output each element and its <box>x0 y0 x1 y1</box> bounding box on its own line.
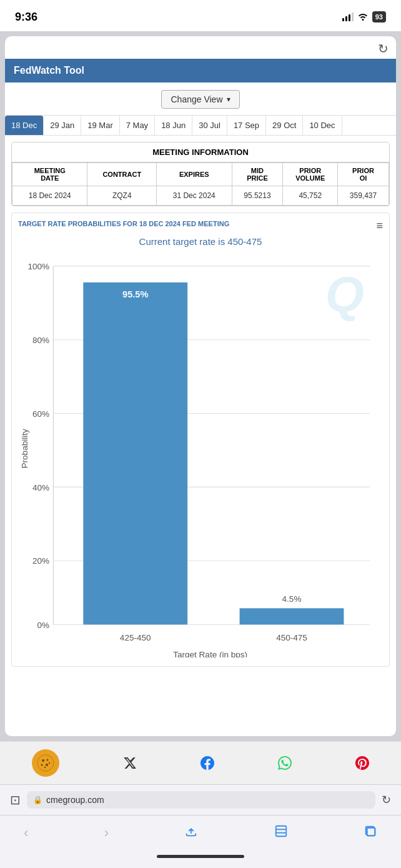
wifi-icon <box>357 12 369 22</box>
facebook-button[interactable] <box>200 756 214 770</box>
browser-tabs-icon[interactable]: ⊡ <box>10 792 21 807</box>
cell-meeting-date: 18 Dec 2024 <box>12 186 87 206</box>
chart-section: TARGET RATE PROBABILITIES FOR 18 DEC 202… <box>11 212 390 667</box>
share-button[interactable] <box>179 822 203 844</box>
back-button[interactable]: ‹ <box>19 822 33 844</box>
date-tab-1[interactable]: 29 Jan <box>44 116 81 135</box>
bar-450-475 <box>240 608 344 624</box>
cell-contract: ZQZ4 <box>87 186 157 206</box>
svg-text:Target Rate (in bps): Target Rate (in bps) <box>173 650 247 657</box>
whatsapp-button[interactable] <box>278 756 292 770</box>
lock-icon: 🔒 <box>33 796 42 804</box>
change-view-label: Change View <box>171 94 222 104</box>
svg-text:425-450: 425-450 <box>120 633 151 642</box>
status-bar: 9:36 93 <box>0 0 401 31</box>
svg-rect-26 <box>275 826 286 837</box>
date-tab-7[interactable]: 29 Oct <box>266 116 303 135</box>
date-tab-2[interactable]: 19 Mar <box>81 116 119 135</box>
meeting-info-section: MEETING INFORMATION MEETINGDATE CONTRACT… <box>11 142 390 206</box>
meeting-table: MEETINGDATE CONTRACT EXPIRES MIDPRICE PR… <box>12 162 389 206</box>
share-bar <box>0 741 401 784</box>
change-view-row: Change View ▾ <box>5 82 396 115</box>
change-view-button[interactable]: Change View ▾ <box>161 90 239 109</box>
chart-header-row: TARGET RATE PROBABILITIES FOR 18 DEC 202… <box>18 219 383 232</box>
svg-point-25 <box>44 767 46 768</box>
svg-point-20 <box>42 759 44 762</box>
svg-point-22 <box>41 764 43 766</box>
chart-subtitle: Current target rate is 450-475 <box>18 236 383 247</box>
svg-text:80%: 80% <box>32 336 49 345</box>
forward-button[interactable]: › <box>99 822 114 844</box>
browser-url: cmegroup.com <box>46 795 104 805</box>
fedwatch-title: FedWatch Tool <box>14 65 84 76</box>
svg-text:40%: 40% <box>32 483 49 492</box>
bookmarks-button[interactable] <box>269 822 293 844</box>
col-header-prior-oi: PRIOROI <box>338 163 389 186</box>
browser-bar: ⊡ 🔒 cmegroup.com ↻ <box>0 784 401 815</box>
date-tab-4[interactable]: 18 Jun <box>155 116 192 135</box>
status-icons: 93 <box>342 11 386 22</box>
chart-title: TARGET RATE PROBABILITIES FOR 18 DEC 202… <box>18 219 229 229</box>
col-header-prior-volume: PRIORVOLUME <box>283 163 338 186</box>
fedwatch-header: FedWatch Tool <box>5 59 396 82</box>
refresh-button[interactable]: ↻ <box>378 41 389 56</box>
col-header-meeting-date: MEETINGDATE <box>12 163 87 186</box>
svg-point-24 <box>49 762 50 764</box>
svg-point-23 <box>46 764 48 766</box>
meeting-info-title: MEETING INFORMATION <box>12 142 389 162</box>
date-tab-5[interactable]: 30 Jul <box>192 116 227 135</box>
chart-container: Q 100% 80% 60% 40% 20% 0% <box>18 253 383 660</box>
chart-svg: 100% 80% 60% 40% 20% 0% 95.5% <box>18 253 383 657</box>
date-tab-6[interactable]: 17 Sep <box>227 116 266 135</box>
cell-expires: 31 Dec 2024 <box>157 186 232 206</box>
main-content: ↻ FedWatch Tool Change View ▾ 18 Dec 29 … <box>5 36 396 736</box>
table-row: 18 Dec 2024 ZQZ4 31 Dec 2024 95.5213 45,… <box>12 186 389 206</box>
svg-text:20%: 20% <box>32 556 49 566</box>
cell-prior-oi: 359,437 <box>338 186 389 206</box>
date-tab-3[interactable]: 7 May <box>120 116 155 135</box>
twitter-button[interactable] <box>123 756 137 770</box>
browser-url-bar[interactable]: 🔒 cmegroup.com <box>27 791 375 809</box>
svg-text:60%: 60% <box>32 409 49 419</box>
chart-menu-icon[interactable]: ≡ <box>376 219 383 232</box>
col-header-mid-price: MIDPRICE <box>232 163 283 186</box>
change-view-arrow: ▾ <box>227 95 230 104</box>
battery-icon: 93 <box>372 11 386 22</box>
date-tab-0[interactable]: 18 Dec <box>5 116 44 135</box>
svg-text:100%: 100% <box>27 262 49 271</box>
status-time: 9:36 <box>15 11 37 24</box>
date-tab-8[interactable]: 10 Dec <box>303 116 342 135</box>
tabs-button[interactable] <box>359 822 382 844</box>
svg-text:4.5%: 4.5% <box>282 594 302 604</box>
svg-point-21 <box>47 759 49 761</box>
cell-prior-volume: 45,752 <box>283 186 338 206</box>
nav-bar: ‹ › <box>0 815 401 850</box>
svg-text:0%: 0% <box>37 621 49 630</box>
col-header-contract: CONTRACT <box>87 163 157 186</box>
svg-rect-30 <box>367 828 375 836</box>
pinterest-button[interactable] <box>355 756 369 770</box>
svg-point-19 <box>37 755 54 771</box>
bar-425-450 <box>83 282 187 624</box>
cell-mid-price: 95.5213 <box>232 186 283 206</box>
home-indicator <box>0 850 401 868</box>
signal-bars-icon <box>342 12 354 21</box>
svg-text:450-475: 450-475 <box>276 633 307 642</box>
date-tabs: 18 Dec 29 Jan 19 Mar 7 May 18 Jun 30 Jul… <box>5 115 396 136</box>
cookie-button[interactable] <box>32 749 59 777</box>
svg-text:95.5%: 95.5% <box>122 289 148 299</box>
reload-icon[interactable]: ↻ <box>382 793 391 807</box>
home-bar <box>157 855 244 858</box>
svg-text:Probability: Probability <box>20 429 29 468</box>
col-header-expires: EXPIRES <box>157 163 232 186</box>
refresh-row: ↻ <box>5 36 396 59</box>
